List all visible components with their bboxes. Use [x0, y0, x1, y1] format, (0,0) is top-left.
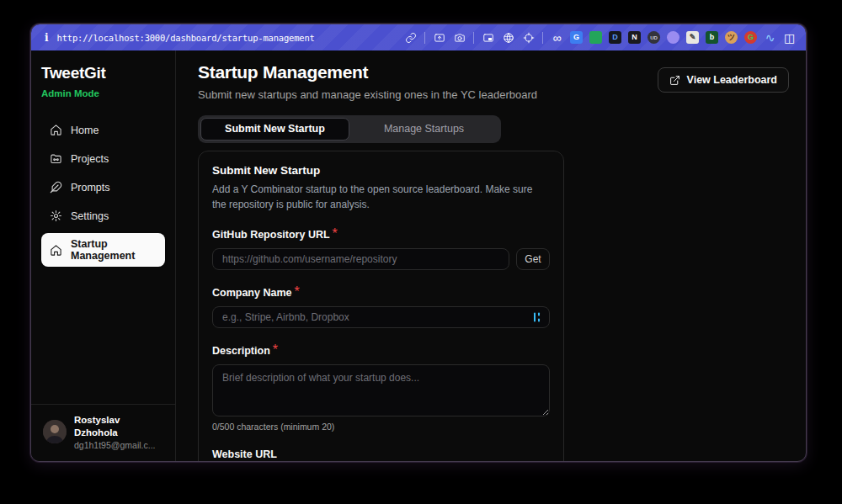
sidebar-item-label: Projects	[71, 153, 109, 165]
sidebar-item-startup-management[interactable]: Startup Management	[41, 233, 165, 267]
get-button[interactable]: Get	[516, 248, 550, 270]
split-view-icon[interactable]: ◫	[783, 31, 796, 44]
sidebar-nav: Home Projects Prompts	[41, 119, 165, 267]
settings-icon	[50, 210, 62, 222]
page-title: Startup Management	[198, 62, 537, 82]
translate-icon[interactable]: G	[570, 31, 583, 44]
page-subtitle: Submit new startups and manage existing …	[198, 88, 537, 101]
prompts-icon	[50, 181, 62, 194]
company-name-label: Company Name	[212, 287, 291, 299]
toolbar-icons: ∞GDNUD✎bツG∿◫	[404, 31, 796, 44]
submit-startup-card: Submit New Startup Add a Y Combinator st…	[198, 151, 564, 462]
ud-badge-icon[interactable]: UD	[647, 31, 660, 44]
website-url-label: Website URL	[212, 448, 277, 460]
home-icon	[50, 244, 62, 257]
character-counter: 0/500 characters (minimum 20)	[212, 422, 550, 432]
card-title: Submit New Startup	[212, 164, 550, 177]
url-bar: i http://localhost:3000/dashboard/startu…	[31, 24, 806, 50]
autofill-icon[interactable]	[533, 312, 542, 323]
main-content: Startup Management Submit new startups a…	[176, 50, 806, 461]
sidebar-item-projects[interactable]: Projects	[41, 147, 165, 170]
sidebar-item-settings[interactable]: Settings	[41, 204, 165, 227]
sidebar-item-label: Prompts	[71, 182, 110, 194]
company-name-input[interactable]	[212, 306, 550, 328]
sidebar: TweetGit Admin Mode Home Projects	[31, 50, 176, 461]
github-url-label: GitHub Repository URL	[212, 229, 330, 241]
shield-red-green-icon[interactable]: G	[744, 31, 757, 44]
cast-icon[interactable]	[433, 31, 445, 44]
view-leaderboard-button[interactable]: View Leaderboard	[658, 67, 789, 93]
card-description: Add a Y Combinator startup to the open s…	[212, 182, 545, 212]
tab-submit-new-startup[interactable]: Submit New Startup	[200, 118, 349, 141]
avatar	[43, 420, 67, 443]
deepl-icon[interactable]: D	[609, 31, 621, 44]
description-field: Description* 0/500 characters (minimum 2…	[212, 342, 550, 432]
avatar-face-icon[interactable]: ツ	[725, 31, 738, 44]
sidebar-item-label: Settings	[71, 210, 109, 222]
sidebar-item-prompts[interactable]: Prompts	[41, 176, 165, 199]
target-icon[interactable]	[522, 31, 535, 44]
sidebar-item-label: Home	[71, 125, 99, 136]
tab-manage-startups[interactable]: Manage Startups	[349, 118, 498, 141]
app-brand: TweetGit	[41, 64, 165, 82]
url-text[interactable]: http://localhost:3000/dashboard/startup-…	[57, 33, 315, 43]
chain-links-icon[interactable]: ∞	[551, 31, 563, 44]
required-asterisk: *	[333, 226, 338, 241]
notion-icon[interactable]: N	[628, 31, 641, 44]
view-leaderboard-label: View Leaderboard	[687, 74, 777, 86]
sidebar-item-home[interactable]: Home	[41, 119, 165, 141]
user-profile[interactable]: Rostyslav Dzhohola dg1h1t95@gmail.c...	[31, 404, 175, 461]
website-url-field: Website URL	[212, 446, 550, 462]
github-url-input[interactable]	[212, 248, 509, 270]
divider	[424, 32, 425, 44]
description-label: Description	[212, 345, 270, 357]
phantom-icon[interactable]	[667, 31, 679, 44]
user-email: dg1h1t95@gmail.c...	[74, 440, 163, 450]
github-url-field: GitHub Repository URL* Get	[212, 226, 550, 270]
required-asterisk: *	[294, 284, 299, 299]
link-icon[interactable]	[404, 31, 417, 44]
camera-icon[interactable]	[453, 31, 466, 44]
user-name: Rostyslav Dzhohola	[74, 414, 163, 440]
company-name-field: Company Name*	[212, 284, 550, 328]
divider	[542, 32, 543, 44]
pip-icon[interactable]	[482, 31, 494, 44]
home-icon	[50, 124, 62, 136]
notes-icon[interactable]: ✎	[686, 31, 699, 44]
globe-icon[interactable]	[502, 31, 514, 44]
description-textarea[interactable]	[212, 364, 550, 416]
info-icon[interactable]: i	[45, 32, 49, 44]
admin-mode-badge: Admin Mode	[41, 88, 165, 98]
external-link-icon	[669, 75, 680, 86]
green-b-icon[interactable]: b	[706, 31, 718, 44]
waveform-icon[interactable]: ∿	[764, 31, 776, 44]
sidebar-item-label: Startup Management	[71, 238, 157, 262]
tab-list: Submit New Startup Manage Startups	[198, 115, 501, 143]
green-square-icon[interactable]	[589, 31, 602, 44]
divider	[473, 32, 474, 44]
required-asterisk: *	[273, 342, 278, 357]
browser-window: i http://localhost:3000/dashboard/startu…	[30, 24, 807, 462]
extension-icons: ∞GDNUD✎bツG∿◫	[551, 31, 796, 44]
projects-icon	[50, 152, 62, 165]
